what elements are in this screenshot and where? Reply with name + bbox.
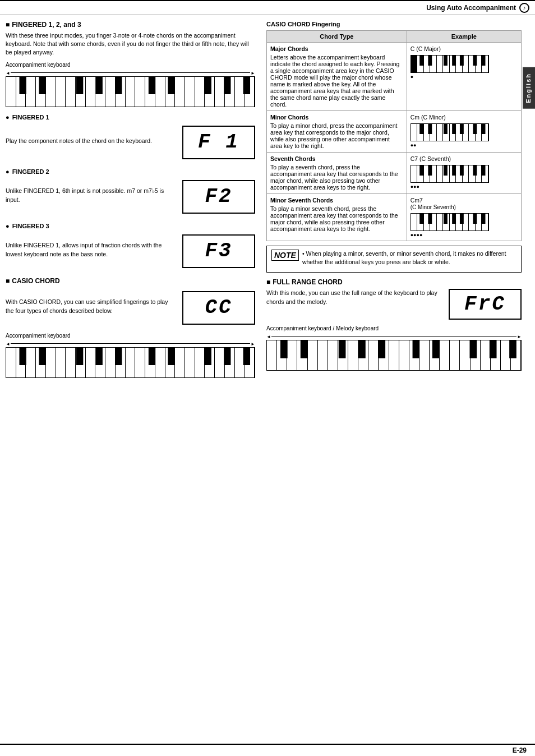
mini-white-key: [476, 165, 482, 182]
arrow-right-2-icon: [250, 340, 255, 347]
major-dot-indicator: ●: [411, 74, 518, 80]
arrow-right-3-icon: [516, 333, 522, 339]
white-key: [308, 340, 318, 370]
mini-white-key: [424, 165, 431, 182]
mini-white-key: [437, 165, 444, 182]
mini-white-key: [437, 214, 444, 231]
white-key: [511, 340, 521, 370]
mini-white-key: [430, 56, 437, 72]
chord-type-minor-seventh: Minor Seventh Chords To play a minor sev…: [267, 194, 407, 241]
full-range-desc: With this mode, you can use the full ran…: [266, 289, 437, 306]
white-key: [195, 348, 205, 377]
mini-white-key: [450, 214, 456, 231]
mini-white-key: [456, 165, 463, 182]
white-key: [368, 340, 379, 370]
white-key: [328, 340, 338, 370]
white-key: [135, 77, 145, 107]
chord-example-seventh: C7 (C Seventh): [407, 153, 521, 194]
table-row: Minor Seventh Chords To play a minor sev…: [267, 194, 522, 241]
mini-white-key: [463, 124, 469, 141]
keyboard-diagram-3: Accompaniment keyboard / Melody keyboard: [266, 325, 522, 371]
white-key: [318, 340, 328, 370]
note-text: When playing a minor, seventh, or minor …: [302, 250, 516, 269]
fingered1-symbol: F 1: [198, 131, 239, 154]
white-key: [16, 348, 26, 377]
fingered1-display: F 1: [182, 126, 255, 159]
note-box: NOTE When playing a minor, seventh, or m…: [266, 246, 522, 273]
casio-chord-section: CASIO CHORD With CASIO CHORD, you can us…: [6, 277, 255, 328]
mini-white-key: [443, 165, 450, 182]
white-key: [225, 348, 235, 377]
mini-white-key: [450, 165, 456, 182]
white-key: [46, 77, 56, 107]
mini-white-key: [443, 124, 450, 141]
mini-white-key: [411, 214, 418, 231]
arrow-left-icon: [6, 70, 11, 76]
casio-chord-desc: With CASIO CHORD, you can use simplified…: [6, 298, 177, 315]
white-key: [86, 348, 96, 377]
white-key: [36, 77, 46, 107]
white-key: [338, 340, 348, 370]
white-key: [460, 340, 470, 370]
mini-white-key: [424, 124, 431, 141]
piano-keyboard-1: [6, 76, 255, 107]
white-key: [105, 77, 116, 107]
white-key: [145, 77, 155, 107]
mini-white-key: [456, 56, 463, 72]
minor-seventh-example-name: Cm7 (C Minor Seventh): [411, 197, 518, 210]
white-key: [195, 77, 205, 107]
white-key: [225, 77, 235, 107]
arrow-line-2: [11, 343, 250, 344]
white-key: [26, 77, 36, 107]
arrow-right-icon: [250, 70, 255, 76]
minor-chord-desc: To play a minor chord, press the accompa…: [270, 122, 397, 149]
page: Using Auto Accompaniment ♪ English FINGE…: [0, 0, 535, 756]
fingered2-symbol: F2: [205, 185, 232, 208]
white-key: [277, 340, 287, 370]
white-key: [185, 77, 195, 107]
white-key: [419, 340, 430, 370]
mini-white-key: [476, 124, 482, 141]
white-key: [215, 348, 225, 377]
mini-white-key: [469, 56, 476, 72]
white-key: [205, 348, 215, 377]
white-key: [175, 77, 185, 107]
main-content: FINGERED 1, 2, and 3 With these three in…: [0, 21, 535, 390]
mini-white-key: [482, 165, 488, 182]
keyboard-diagram-1: Accompaniment keyboard: [6, 62, 255, 107]
white-key: [86, 77, 96, 107]
white-key: [205, 77, 215, 107]
fingered3-desc: Unlike FINGERED 1, allows input of fract…: [6, 241, 177, 258]
keyboard-diagram-2: Accompaniment keyboard: [6, 333, 255, 378]
seventh-chord-name: Seventh Chords: [270, 155, 403, 162]
fingered-heading: FINGERED 1, 2, and 3: [6, 21, 255, 29]
mini-white-key: [437, 124, 444, 141]
white-key: [440, 340, 450, 370]
chord-example-minor: Cm (C Minor): [407, 111, 521, 153]
white-key: [471, 340, 481, 370]
minor-example-name: Cm (C Minor): [411, 114, 446, 121]
arrow-left-3-icon: [266, 333, 271, 339]
major-chord-name: Major Chords: [270, 45, 403, 52]
white-key: [450, 340, 460, 370]
mini-white-key: [469, 124, 476, 141]
mini-white-key: [456, 214, 463, 231]
header-icon: ♪: [519, 3, 529, 13]
keyboard-label-2: Accompaniment keyboard: [6, 333, 255, 339]
fingered3-symbol: F3: [205, 239, 232, 262]
col-example: Example: [407, 31, 521, 43]
minor-seventh-dot-indicator: ●●●●: [411, 232, 518, 238]
white-key: [430, 340, 440, 370]
page-number: E-29: [513, 746, 527, 754]
arrow-line-3: [271, 336, 516, 336]
mini-keyboard-seventh: [411, 165, 489, 183]
mini-white-key: [424, 214, 431, 231]
chord-type-minor: Minor Chords To play a minor chord, pres…: [267, 111, 407, 153]
white-key: [399, 340, 409, 370]
fingered-intro: With these three input modes, you finger…: [6, 31, 255, 57]
mini-white-key: [469, 165, 476, 182]
fingered2-display: F2: [182, 180, 255, 214]
white-key: [245, 77, 255, 107]
full-range-section: FULL RANGE CHORD With this mode, you can…: [266, 278, 522, 377]
keyboard-label-3: Accompaniment keyboard / Melody keyboard: [266, 325, 522, 331]
